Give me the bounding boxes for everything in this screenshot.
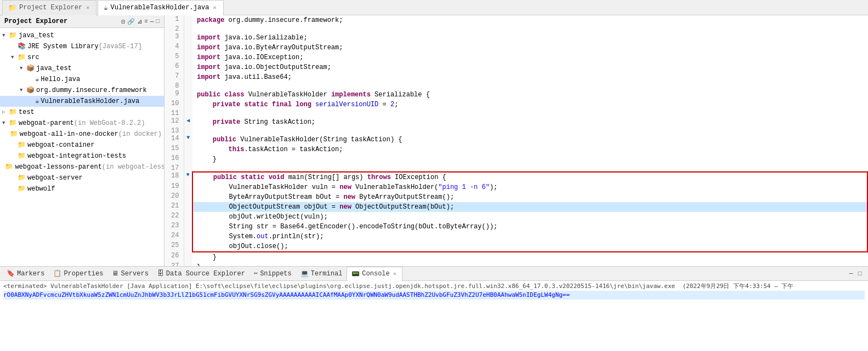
tree-label: webgoat-container bbox=[27, 140, 94, 150]
project-explorer-tab[interactable]: 📁 Project Explorer ✕ bbox=[2, 0, 97, 15]
line-gutter[interactable] bbox=[184, 212, 192, 222]
tree-label: test bbox=[19, 107, 35, 117]
line-gutter[interactable] bbox=[184, 232, 192, 241]
right-panel: 1package org.dummy.insecure.framework;23… bbox=[164, 15, 868, 266]
snippets-icon: ✂ bbox=[254, 269, 258, 278]
line-gutter[interactable] bbox=[184, 33, 192, 43]
tree-item-jre[interactable]: 📚 JRE System Library [JavaSE-17] bbox=[0, 41, 164, 52]
tree-item-hello-java[interactable]: ☕ Hello.java bbox=[0, 74, 164, 85]
package-icon: 📦 bbox=[26, 85, 35, 95]
servers-label: Servers bbox=[121, 270, 148, 278]
tree-item-webgoat-parent[interactable]: ▼ 📁 webgoat-parent (in WebGoat-8.2.2) bbox=[0, 118, 164, 129]
tree-arrow-org: ▼ bbox=[20, 85, 26, 95]
tree-item-webgoat-lessons[interactable]: 📁 webgoat-lessons-parent (in webgoat-les… bbox=[0, 162, 164, 172]
line-gutter[interactable] bbox=[184, 53, 192, 62]
tree-arrow-container bbox=[11, 140, 18, 150]
tree-item-vulnerable-java[interactable]: ☕ VulnerableTaskHolder.java bbox=[0, 96, 164, 107]
line-gutter[interactable] bbox=[184, 127, 192, 135]
line-gutter[interactable] bbox=[184, 43, 192, 53]
line-gutter[interactable] bbox=[184, 241, 192, 252]
line-gutter[interactable] bbox=[184, 15, 192, 25]
line-gutter[interactable] bbox=[184, 145, 192, 154]
tree-item-java-test[interactable]: ▼ 📁 java_test bbox=[0, 30, 164, 41]
code-content: package org.dummy.insecure.framework; bbox=[192, 15, 867, 25]
tree-item-webwolf[interactable]: 📁 webwolf bbox=[0, 183, 164, 194]
line-gutter[interactable] bbox=[184, 62, 192, 72]
code-row: 4import java.io.ByteArrayOutputStream; bbox=[164, 43, 867, 53]
line-number: 9 bbox=[164, 90, 184, 100]
code-row: 15 this.taskAction = taskAction; bbox=[164, 145, 867, 154]
line-gutter[interactable] bbox=[184, 222, 192, 232]
maximize-bottom-icon[interactable]: □ bbox=[856, 269, 864, 278]
line-number: 24 bbox=[164, 232, 184, 241]
code-row: 25 objOut.close(); bbox=[164, 241, 867, 252]
project-tab-icon: 📁 bbox=[8, 4, 16, 12]
tree-item-webgoat-allinone[interactable]: 📁 webgoat-all-in-one-docker (in docker) bbox=[0, 129, 164, 140]
tree-label: webgoat-parent bbox=[19, 118, 74, 128]
folder-icon: 📁 bbox=[18, 184, 26, 194]
tab-console[interactable]: 📟 Console ✕ bbox=[347, 267, 402, 281]
tab-terminal[interactable]: 💻 Terminal bbox=[296, 267, 347, 281]
collapse-icon[interactable]: ⊟ bbox=[122, 18, 126, 25]
code-row: 24 System.out.println(str); bbox=[164, 232, 867, 241]
line-gutter[interactable] bbox=[184, 90, 192, 100]
console-tab-close[interactable]: ✕ bbox=[392, 270, 398, 278]
tree-item-org-pkg[interactable]: ▼ 📦 org.dummy.insecure.framework bbox=[0, 85, 164, 96]
tree-item-src[interactable]: ▼ 📁 src bbox=[0, 52, 164, 63]
line-gutter[interactable] bbox=[184, 72, 192, 82]
maximize-icon[interactable]: □ bbox=[156, 18, 160, 25]
line-gutter[interactable] bbox=[184, 262, 192, 266]
minimize-icon[interactable]: — bbox=[150, 18, 154, 25]
line-gutter[interactable] bbox=[184, 164, 192, 172]
line-gutter[interactable]: ▼ bbox=[184, 135, 192, 145]
code-content: import java.io.Serializable; bbox=[192, 33, 867, 43]
file-tab[interactable]: ☕ VulnerableTaskHolder.java ✕ bbox=[98, 0, 223, 15]
line-gutter[interactable] bbox=[184, 25, 192, 33]
folder-icon: 📁 bbox=[10, 129, 18, 139]
console-content: <terminated> VulnerableTaskHolder [Java … bbox=[0, 281, 868, 351]
code-row: 22 objOut.writeObject(vuln); bbox=[164, 212, 867, 222]
tree-label: webgoat-server bbox=[27, 173, 83, 183]
code-content: private String taskAction; bbox=[192, 117, 867, 127]
folder-icon: 📁 bbox=[9, 118, 17, 128]
line-gutter[interactable]: ◀ bbox=[184, 117, 192, 127]
tab-snippets[interactable]: ✂ Snippets bbox=[249, 267, 296, 281]
tree-arrow-java-test: ▼ bbox=[2, 31, 9, 41]
tree-item-webgoat-server[interactable]: 📁 webgoat-server bbox=[0, 172, 164, 183]
terminal-label: Terminal bbox=[311, 270, 343, 278]
line-number: 17 bbox=[164, 164, 184, 172]
project-explorer-titlebar: Project Explorer ⊟ 🔗 ⊿ ≡ — □ bbox=[0, 15, 164, 28]
file-tab-close[interactable]: ✕ bbox=[212, 4, 218, 11]
line-gutter[interactable] bbox=[184, 82, 192, 90]
tree-item-webgoat-container[interactable]: 📁 webgoat-container bbox=[0, 140, 164, 151]
tab-servers[interactable]: 🖥 Servers bbox=[107, 267, 152, 281]
project-tab-close[interactable]: ✕ bbox=[85, 4, 90, 11]
line-gutter[interactable] bbox=[184, 202, 192, 212]
tree-arrow-test: ▷ bbox=[2, 107, 9, 117]
line-gutter[interactable] bbox=[184, 252, 192, 262]
tab-markers[interactable]: 🔖 Markers bbox=[2, 267, 49, 281]
line-gutter[interactable] bbox=[184, 154, 192, 164]
line-gutter[interactable]: ▼ bbox=[184, 172, 192, 182]
tree-item-webgoat-integration[interactable]: 📁 webgoat-integration-tests bbox=[0, 151, 164, 162]
tree-arrow-src: ▼ bbox=[11, 53, 18, 62]
tree-label: webwolf bbox=[27, 184, 55, 194]
code-editor[interactable]: 1package org.dummy.insecure.framework;23… bbox=[164, 15, 868, 266]
minimize-bottom-icon[interactable]: — bbox=[848, 269, 855, 278]
line-gutter[interactable] bbox=[184, 100, 192, 110]
menu-icon[interactable]: ≡ bbox=[144, 18, 148, 25]
line-gutter[interactable] bbox=[184, 182, 192, 192]
tab-datasource[interactable]: 🗄 Data Source Explorer bbox=[153, 267, 249, 281]
filter-icon[interactable]: ⊿ bbox=[137, 18, 142, 25]
tab-properties[interactable]: 📋 Properties bbox=[49, 267, 107, 281]
tree-label: VulnerableTaskHolder.java bbox=[41, 96, 139, 106]
line-number: 19 bbox=[164, 182, 184, 192]
link-icon[interactable]: 🔗 bbox=[127, 18, 135, 25]
tree-item-java-test-pkg[interactable]: ▼ 📦 java_test bbox=[0, 63, 164, 74]
project-explorer-title: Project Explorer bbox=[4, 18, 67, 25]
tree-item-test[interactable]: ▷ 📁 test bbox=[0, 107, 164, 118]
code-content: import java.io.ObjectOutputStream; bbox=[192, 62, 867, 72]
tree-label: webgoat-lessons-parent bbox=[15, 162, 101, 172]
line-gutter[interactable] bbox=[184, 110, 192, 117]
line-gutter[interactable] bbox=[184, 192, 192, 202]
